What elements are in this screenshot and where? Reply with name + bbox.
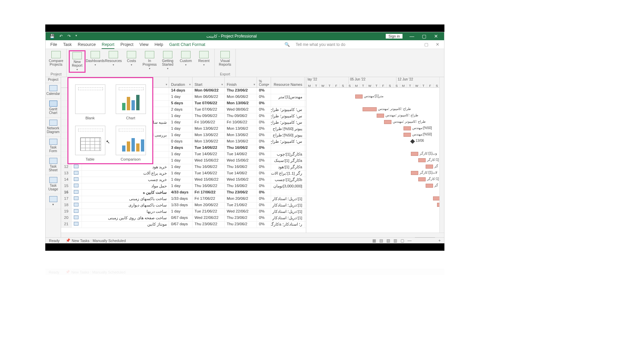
inprogress-button[interactable]: In Progress▾	[141, 50, 158, 73]
new-report-icon	[72, 52, 82, 59]
vertical-scrollbar[interactable]	[439, 77, 444, 233]
compare-projects-button[interactable]: Compare Projects	[48, 50, 64, 67]
custom-button[interactable]: Custom▾	[177, 50, 194, 73]
window-title: کابینت - Project Professional	[77, 34, 386, 39]
undo-icon[interactable]: ↶	[59, 34, 63, 39]
table-row[interactable]: 19ساخت دربها1 dayTue 21/06/22Wed 22/06/2…	[61, 209, 306, 215]
viewbar: Project Calendar Gantt Chart Network Dia…	[46, 77, 61, 239]
table-row[interactable]: 14خرید چسب1 dayWed 15/06/22Wed 15/06/20%…	[61, 177, 306, 183]
menu-task[interactable]: Task	[63, 42, 72, 47]
save-icon[interactable]: 💾	[50, 34, 55, 39]
dashboards-button[interactable]: Dashboards▾	[87, 50, 104, 73]
table-row[interactable]: 12خرید هود1 dayThu 16/06/22Thu 16/06/20%…	[61, 164, 306, 171]
view-more[interactable]: ▾	[46, 194, 61, 209]
viewmode-2-icon[interactable]: ▤	[379, 238, 383, 243]
table-row[interactable]: 20ساخت صفحه های روی کابین زمینی0/67 days…	[61, 215, 306, 222]
resources-button[interactable]: Resources▾	[105, 50, 122, 73]
menu-report[interactable]: Report	[102, 42, 114, 49]
view-calendar[interactable]: Calendar	[46, 83, 61, 99]
table-row[interactable]: 17ساخت باکسهای زمینی1/33 daysFri 17/06/2…	[61, 196, 306, 202]
costs-button[interactable]: Costs▾	[123, 50, 140, 73]
view-network[interactable]: Network Diagram	[46, 118, 61, 137]
group-project-label: Project	[48, 72, 64, 77]
table-row[interactable]: 13خرید یراغ آلات1 dayTue 14/06/22Tue 14/…	[61, 171, 306, 177]
table-row[interactable]: 21مونتاژ کابین0/67 daysThu 23/06/22Thu 2…	[61, 222, 306, 228]
getting-started-button[interactable]: Getting Started▾	[159, 50, 176, 73]
status-ready: Ready	[49, 239, 60, 243]
menu-ganttformat[interactable]: Gantt Chart Format	[169, 42, 205, 47]
app-window: 💾 ↶ ↷ ▾ کابینت - Project Professional Si…	[45, 32, 444, 244]
status-sched: New Tasks : Manually Scheduled	[72, 239, 126, 243]
gallery-table[interactable]: Table	[70, 121, 110, 161]
status-bar: Ready 📌 New Tasks : Manually Scheduled ▦…	[46, 237, 444, 243]
table-row[interactable]: 16ساخت کابین ه4/33 daysFri 17/06/22Thu 2…	[61, 190, 306, 196]
menu-help[interactable]: Help	[155, 42, 163, 47]
search-icon[interactable]: 🔍	[284, 42, 290, 47]
maximize-icon[interactable]: ▢	[418, 34, 430, 39]
menu-bar: File Task Resource Report Project View H…	[46, 40, 444, 49]
gallery-chart[interactable]: Chart	[111, 80, 150, 120]
viewbar-label: Project	[46, 77, 61, 83]
gantt-chart: lay '22 05 Jun '22 12 Jun '22 MTWTFSSMTW…	[306, 77, 444, 233]
close-icon[interactable]: ✕	[430, 34, 442, 39]
ribbon-display-icon[interactable]: ▢	[424, 42, 428, 47]
viewmode-4-icon[interactable]: ▥	[393, 238, 397, 243]
visual-reports-button[interactable]: Visual Reports	[217, 50, 233, 67]
recent-button[interactable]: Recent▾	[196, 50, 212, 73]
menu-project[interactable]: Project	[120, 42, 133, 47]
redo-icon[interactable]: ↷	[67, 34, 71, 39]
gallery-blank[interactable]: Blank	[70, 80, 110, 120]
viewmode-5-icon[interactable]: ▢	[400, 238, 404, 243]
gallery-comparison[interactable]: Comparison	[111, 121, 150, 161]
zoom-out-icon[interactable]: —	[408, 238, 412, 243]
menu-view[interactable]: View	[140, 42, 149, 47]
viewmode-1-icon[interactable]: ▦	[372, 238, 376, 243]
gantt-scrollbar[interactable]	[306, 233, 444, 237]
view-taskform[interactable]: Task Form	[46, 137, 61, 156]
menu-file[interactable]: File	[50, 42, 57, 47]
titlebar: 💾 ↶ ↷ ▾ کابینت - Project Professional Si…	[46, 32, 444, 40]
menu-resource[interactable]: Resource	[78, 42, 96, 47]
qat-dropdown-icon[interactable]: ▾	[75, 34, 77, 39]
table-row[interactable]: 15حمل مواد1 dayThu 16/06/22Thu 16/06/20%…	[61, 183, 306, 190]
zoom-in-icon[interactable]: +	[438, 238, 441, 243]
table-scrollbar[interactable]	[61, 233, 306, 237]
doc-close-icon[interactable]: ✕	[436, 42, 439, 47]
sign-in-button[interactable]: Sign in	[386, 34, 402, 39]
view-taskusage[interactable]: Task Usage	[46, 175, 61, 194]
chevron-down-icon: ▾	[76, 68, 78, 71]
view-tasksheet[interactable]: Task Sheet	[46, 156, 61, 175]
viewmode-3-icon[interactable]: ▧	[386, 238, 390, 243]
search-hint[interactable]: Tell me what you want to do	[296, 42, 345, 47]
group-export-label: Export	[217, 72, 233, 77]
table-row[interactable]: 18ساخت باکسهای دیواری1/33 daysMon 20/06/…	[61, 202, 306, 209]
view-gantt[interactable]: Gantt Chart	[46, 99, 61, 118]
new-report-gallery: Blank Chart Table Comparison ↖	[67, 77, 153, 164]
new-report-button[interactable]: New Report ▾	[69, 50, 86, 73]
minimize-icon[interactable]: —	[406, 34, 418, 39]
compare-icon	[51, 51, 61, 58]
ribbon: Compare Projects Project New Report ▾ Da…	[46, 49, 444, 77]
